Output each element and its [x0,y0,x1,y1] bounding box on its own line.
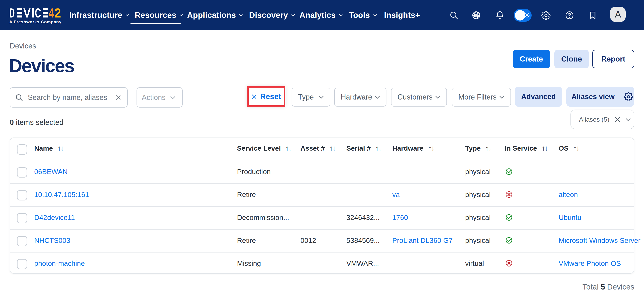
svg-text:V: V [23,8,30,17]
svg-text:2: 2 [54,8,61,17]
svg-text:4: 4 [49,8,54,17]
svg-text:D: D [9,8,15,17]
svg-text:C: C [35,8,41,17]
